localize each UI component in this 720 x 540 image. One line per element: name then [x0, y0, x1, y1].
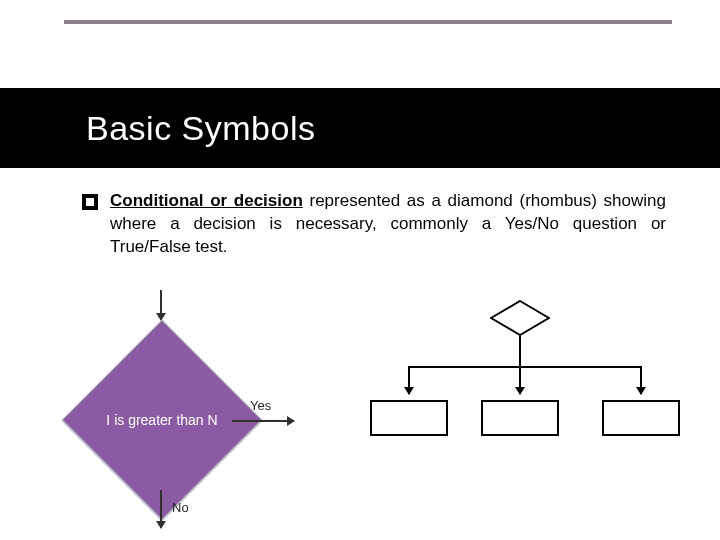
flow-line-stem-icon	[519, 336, 521, 366]
bullet-icon	[82, 194, 98, 210]
title-band: Basic Symbols	[0, 88, 720, 168]
slide-title: Basic Symbols	[86, 109, 315, 148]
flow-arrow-no-icon	[160, 490, 162, 528]
small-diamond-icon	[490, 300, 550, 336]
process-box-icon	[602, 400, 680, 436]
yes-label: Yes	[250, 398, 271, 413]
flow-arrow-in-icon	[160, 290, 162, 320]
flow-arrow-yes-icon	[232, 420, 294, 422]
process-box-icon	[370, 400, 448, 436]
top-accent-rule	[64, 20, 672, 24]
process-box-icon	[481, 400, 559, 436]
bullet-text: Conditional or decision represented as a…	[110, 190, 666, 259]
no-label: No	[172, 500, 189, 515]
example-decision-diamond: I is greater than N Yes No	[80, 300, 310, 530]
example-multibranch	[380, 300, 670, 510]
decision-diamond-label: I is greater than N	[80, 412, 244, 428]
flow-line-horizontal-icon	[408, 366, 642, 368]
svg-marker-0	[491, 301, 549, 335]
flow-arrow-branch-icon	[408, 366, 410, 394]
flow-arrow-branch-icon	[519, 366, 521, 394]
body-bullet: Conditional or decision represented as a…	[82, 190, 666, 259]
bullet-lead: Conditional or decision	[110, 191, 303, 210]
flow-arrow-branch-icon	[640, 366, 642, 394]
